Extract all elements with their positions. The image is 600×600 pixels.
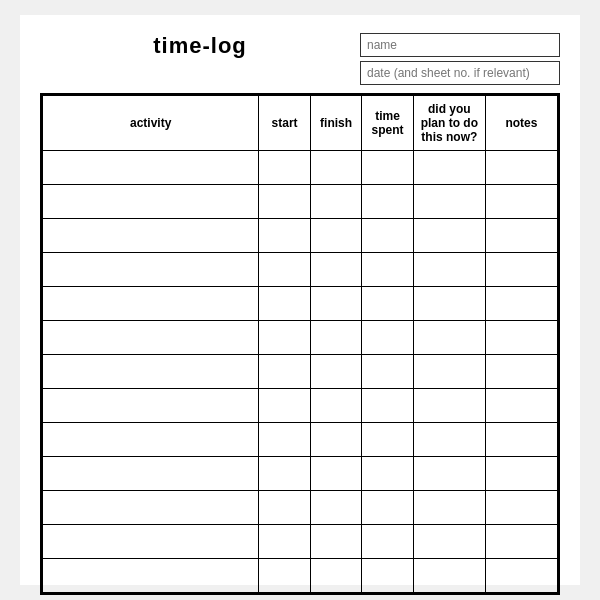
table-cell	[413, 525, 485, 559]
table-cell	[413, 559, 485, 593]
table-cell	[310, 287, 362, 321]
table-cell	[413, 389, 485, 423]
table-cell	[362, 559, 414, 593]
table-row	[43, 389, 558, 423]
table-row	[43, 559, 558, 593]
table-cell	[362, 185, 414, 219]
table-row	[43, 287, 558, 321]
table-cell	[259, 151, 311, 185]
date-input[interactable]	[360, 61, 560, 85]
table-row	[43, 151, 558, 185]
table-cell	[310, 491, 362, 525]
table-cell	[413, 185, 485, 219]
col-start: start	[259, 96, 311, 151]
table-cell	[413, 219, 485, 253]
table-cell	[259, 185, 311, 219]
col-finish: finish	[310, 96, 362, 151]
table-cell	[43, 423, 259, 457]
table-cell	[362, 389, 414, 423]
table-row	[43, 355, 558, 389]
table-cell	[310, 321, 362, 355]
table-cell	[43, 355, 259, 389]
table-cell	[485, 151, 557, 185]
table-cell	[43, 457, 259, 491]
table-cell	[259, 491, 311, 525]
table-cell	[362, 219, 414, 253]
table-cell	[310, 423, 362, 457]
table-cell	[413, 151, 485, 185]
table-cell	[485, 219, 557, 253]
page-title: time-log	[153, 33, 247, 59]
table-cell	[362, 457, 414, 491]
table-cell	[362, 525, 414, 559]
col-plan: did you plan to do this now?	[413, 96, 485, 151]
table-cell	[362, 321, 414, 355]
table-cell	[413, 287, 485, 321]
table-cell	[362, 355, 414, 389]
table-cell	[43, 525, 259, 559]
col-activity: activity	[43, 96, 259, 151]
table-cell	[310, 457, 362, 491]
table-cell	[485, 423, 557, 457]
table-row	[43, 321, 558, 355]
table-cell	[362, 491, 414, 525]
table-cell	[362, 253, 414, 287]
table-cell	[485, 355, 557, 389]
table-cell	[259, 389, 311, 423]
table-cell	[43, 253, 259, 287]
col-time-spent: time spent	[362, 96, 414, 151]
table-cell	[413, 321, 485, 355]
table-row	[43, 253, 558, 287]
table-cell	[485, 287, 557, 321]
table-cell	[310, 389, 362, 423]
table-cell	[310, 253, 362, 287]
table-cell	[43, 287, 259, 321]
table-cell	[413, 457, 485, 491]
table-cell	[259, 423, 311, 457]
table-cell	[43, 219, 259, 253]
table-cell	[413, 491, 485, 525]
table-cell	[259, 219, 311, 253]
table-cell	[362, 423, 414, 457]
table-cell	[413, 423, 485, 457]
table-cell	[310, 185, 362, 219]
table-cell	[310, 559, 362, 593]
name-input[interactable]	[360, 33, 560, 57]
table-cell	[310, 355, 362, 389]
table-cell	[485, 253, 557, 287]
table-cell	[413, 253, 485, 287]
page: time-log activity start finish time spen…	[20, 15, 580, 585]
table-cell	[259, 355, 311, 389]
header: time-log	[40, 33, 560, 85]
table-body	[43, 151, 558, 593]
table-cell	[485, 525, 557, 559]
table-cell	[259, 287, 311, 321]
table-cell	[43, 559, 259, 593]
time-log-table: activity start finish time spent did you…	[40, 93, 560, 595]
table-cell	[310, 525, 362, 559]
table-header-row: activity start finish time spent did you…	[43, 96, 558, 151]
table-cell	[310, 219, 362, 253]
table-cell	[43, 185, 259, 219]
table-cell	[485, 559, 557, 593]
table-row	[43, 457, 558, 491]
table-row	[43, 423, 558, 457]
table-cell	[485, 457, 557, 491]
table-cell	[259, 253, 311, 287]
table-cell	[43, 389, 259, 423]
table-cell	[259, 321, 311, 355]
table-row	[43, 185, 558, 219]
table-cell	[43, 491, 259, 525]
table-cell	[362, 287, 414, 321]
table-cell	[43, 321, 259, 355]
table-cell	[485, 491, 557, 525]
table-cell	[259, 457, 311, 491]
table-row	[43, 525, 558, 559]
table-cell	[485, 321, 557, 355]
table-cell	[259, 559, 311, 593]
table-row	[43, 491, 558, 525]
table-cell	[413, 355, 485, 389]
table-cell	[485, 389, 557, 423]
col-notes: notes	[485, 96, 557, 151]
table-row	[43, 219, 558, 253]
